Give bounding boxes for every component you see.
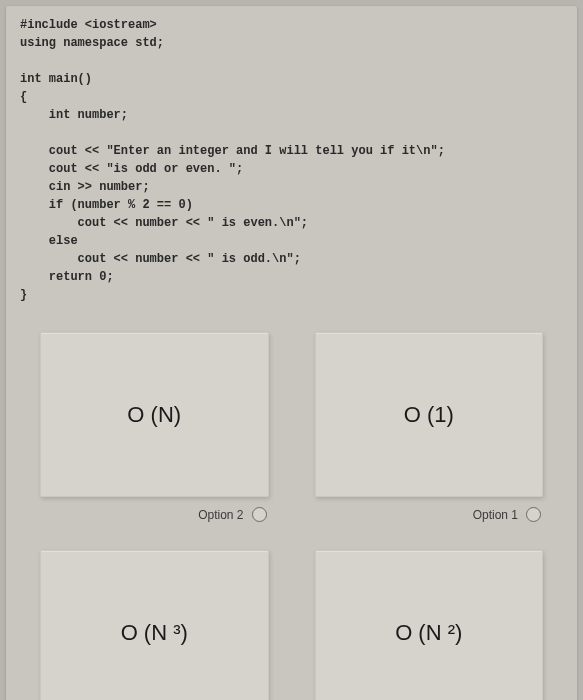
- option-text: O (N ³): [121, 620, 188, 646]
- radio-icon[interactable]: [526, 507, 541, 522]
- option-footer-label: Option 2: [198, 508, 243, 522]
- option-card-o-n[interactable]: O (N): [40, 332, 269, 497]
- radio-icon[interactable]: [252, 507, 267, 522]
- option-card-o-1[interactable]: O (1): [315, 332, 544, 497]
- option-cell-4: O (N ³) Option 4: [40, 550, 269, 700]
- options-grid: O (N) Option 2 O (1) Option 1 O (N ³) Op…: [20, 332, 563, 700]
- option-footer: Option 2: [40, 497, 269, 522]
- option-footer-label: Option 1: [473, 508, 518, 522]
- code-snippet: #include <iostream> using namespace std;…: [20, 16, 563, 304]
- option-cell-3: O (N ²) Option 3: [315, 550, 544, 700]
- option-text: O (N ²): [395, 620, 462, 646]
- option-cell-1: O (1) Option 1: [315, 332, 544, 522]
- option-card-o-n2[interactable]: O (N ²): [315, 550, 544, 700]
- option-footer: Option 1: [315, 497, 544, 522]
- option-text: O (N): [127, 402, 181, 428]
- option-text: O (1): [404, 402, 454, 428]
- question-page: #include <iostream> using namespace std;…: [6, 6, 577, 700]
- option-cell-2: O (N) Option 2: [40, 332, 269, 522]
- option-card-o-n3[interactable]: O (N ³): [40, 550, 269, 700]
